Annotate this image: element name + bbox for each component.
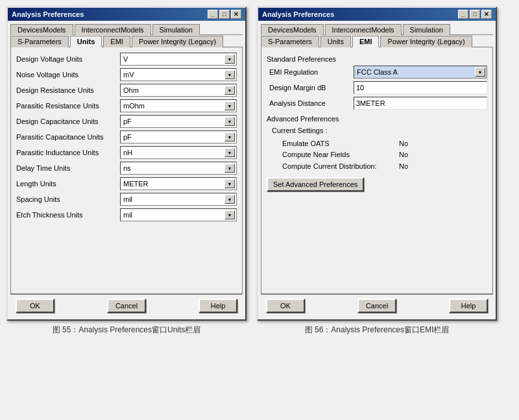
caption-fig55: 图 55：Analysis Preferences窗口Units栏眉 (53, 325, 201, 336)
current-settings-title: Current Settings : (272, 125, 487, 137)
caption-fig56: 图 56：Analysis Preferences窗口EMI栏眉 (305, 325, 450, 336)
dropdown-parasitic-inductance[interactable]: nH ▼ (120, 146, 237, 159)
dropdown-design-capacitance[interactable]: pF ▼ (120, 115, 237, 128)
tab-simulation-units[interactable]: Simulation (152, 24, 200, 35)
dropdown-parasitic-resistance[interactable]: mOhm ▼ (120, 99, 237, 112)
label-noise-voltage: Noise Voltage Units (16, 71, 120, 79)
form-row-1: Noise Voltage Units mV ▼ (16, 68, 237, 81)
form-row-7: Delay Time Units ns ▼ (16, 162, 237, 175)
dropdown-spacing[interactable]: mil ▼ (120, 193, 237, 206)
settings-label-currentdist: Compute Current Distribution: (282, 161, 399, 173)
figure-56-block: Analysis Preferences _ □ ✕ (257, 6, 497, 336)
settings-value-nearfields: No (399, 149, 408, 161)
emi-row-regulation: EMI Regulation FCC Class A ▼ (267, 66, 487, 79)
set-advanced-button[interactable]: Set Advanced Preferences (267, 177, 364, 191)
figure-55-block: Analysis Preferences _ □ ✕ (6, 6, 247, 336)
form-row-5: Parasitic Capacitance Units pF ▼ (16, 130, 237, 143)
cancel-button-units[interactable]: Cancel (107, 299, 146, 313)
tab-emi-active[interactable]: EMI (352, 36, 380, 47)
label-spacing: Spacing Units (16, 195, 120, 203)
dropdown-design-resistance[interactable]: Ohm ▼ (120, 84, 237, 97)
tab-sparameters-emi[interactable]: S-Parameters (261, 36, 319, 47)
form-row-10: Etch Thickness Units mil ▼ (16, 208, 237, 221)
ok-button-units[interactable]: OK (16, 299, 54, 313)
help-button-units[interactable]: Help (199, 299, 237, 313)
advanced-section: Advanced Preferences Current Settings : … (267, 115, 487, 191)
settings-item-1: Compute Near Fields No (272, 149, 487, 161)
label-length: Length Units (16, 180, 120, 188)
dropdown-arrow-9: ▼ (224, 195, 235, 204)
emi-tab-content: Standard Preferences EMI Regulation FCC … (261, 47, 493, 294)
close-btn-units[interactable]: ✕ (231, 10, 241, 19)
tab-devicesmodels-emi[interactable]: DevicesModels (261, 24, 324, 35)
emi-input-distance[interactable] (354, 97, 487, 110)
tab-powerintegrity-units[interactable]: Power Integrity (Legacy) (132, 36, 223, 47)
tab-simulation-emi[interactable]: Simulation (403, 24, 450, 35)
form-row-0: Design Voltage Units V ▼ (16, 53, 237, 66)
dropdown-arrow-5: ▼ (224, 132, 235, 142)
tab-sparameters-units[interactable]: S-Parameters (10, 36, 69, 47)
form-row-8: Length Units METER ▼ (16, 177, 237, 190)
minimize-btn-units[interactable]: _ (208, 10, 218, 19)
title-bar-units: Analysis Preferences _ □ ✕ (8, 8, 245, 21)
dropdown-noise-voltage[interactable]: mV ▼ (120, 68, 237, 81)
ok-button-emi[interactable]: OK (266, 299, 305, 313)
label-parasitic-inductance: Parasitic Inductance Units (16, 149, 120, 156)
dialog-buttons-units: OK Cancel Help (10, 294, 243, 317)
form-row-4: Design Capacitance Units pF ▼ (16, 115, 237, 128)
tabs-row2-emi: S-Parameters Units EMI Power Integrity (… (261, 35, 493, 47)
settings-value-oats: No (399, 138, 408, 150)
current-settings: Current Settings : Emulate OATS No Compu… (267, 125, 487, 172)
close-btn-emi[interactable]: ✕ (481, 10, 492, 19)
settings-item-2: Compute Current Distribution: No (272, 161, 487, 173)
dialog-content-emi: DevicesModels InterconnectModels Simulat… (258, 21, 496, 319)
tabs-row2-units: S-Parameters Units EMI Power Integrity (… (10, 35, 243, 47)
dialog-units: Analysis Preferences _ □ ✕ (6, 6, 247, 321)
form-row-3: Parasitic Resistance Units mOhm ▼ (16, 99, 237, 112)
dialog-emi: Analysis Preferences _ □ ✕ (257, 6, 497, 321)
emi-dropdown-regulation[interactable]: FCC Class A ▼ (354, 66, 487, 79)
tab-interconnectmodels-emi[interactable]: InterconnectModels (325, 24, 402, 35)
standard-preferences-label: Standard Preferences (267, 55, 487, 63)
dialog-content-units: DevicesModels InterconnectModels Simulat… (8, 21, 245, 319)
title-bar-emi: Analysis Preferences _ □ ✕ (258, 8, 496, 21)
label-etch-thickness: Etch Thickness Units (16, 211, 120, 219)
dropdown-length[interactable]: METER ▼ (120, 177, 237, 190)
tab-powerintegrity-emi[interactable]: Power Integrity (Legacy) (380, 36, 472, 47)
dropdown-arrow-8: ▼ (224, 179, 235, 188)
title-bar-buttons-emi: _ □ ✕ (458, 10, 492, 19)
emi-label-regulation: EMI Regulation (269, 68, 354, 76)
dialog-title-emi: Analysis Preferences (262, 10, 334, 18)
tab-emi-units[interactable]: EMI (103, 36, 130, 47)
label-design-capacitance: Design Capacitance Units (16, 117, 120, 125)
settings-item-0: Emulate OATS No (272, 138, 487, 150)
dropdown-arrow-2: ▼ (224, 86, 235, 95)
help-button-emi[interactable]: Help (449, 299, 488, 313)
form-row-6: Parasitic Inductance Units nH ▼ (16, 146, 237, 159)
tab-devicesmodels-units[interactable]: DevicesModels (10, 24, 73, 35)
dropdown-parasitic-capacitance[interactable]: pF ▼ (120, 130, 237, 143)
maximize-btn-emi[interactable]: □ (470, 10, 480, 19)
dropdown-design-voltage[interactable]: V ▼ (120, 53, 237, 66)
dropdown-etch-thickness[interactable]: mil ▼ (120, 208, 237, 221)
title-bar-buttons-units: _ □ ✕ (208, 10, 241, 19)
form-row-2: Design Resistance Units Ohm ▼ (16, 84, 237, 97)
cancel-button-emi[interactable]: Cancel (357, 299, 396, 313)
maximize-btn-units[interactable]: □ (219, 10, 230, 19)
tab-units-active[interactable]: Units (70, 36, 103, 47)
dropdown-arrow-0: ▼ (224, 55, 235, 64)
emi-input-margin[interactable] (354, 81, 487, 94)
minimize-btn-emi[interactable]: _ (458, 10, 468, 19)
label-design-resistance: Design Resistance Units (16, 86, 120, 94)
figures-row: Analysis Preferences _ □ ✕ (6, 6, 497, 336)
dropdown-arrow-6: ▼ (224, 148, 235, 157)
tab-units-emi[interactable]: Units (320, 36, 351, 47)
settings-value-currentdist: No (399, 161, 408, 173)
tab-interconnectmodels-units[interactable]: InterconnectModels (75, 24, 151, 35)
dropdown-arrow-regulation: ▼ (475, 68, 485, 77)
advanced-preferences-label: Advanced Preferences (267, 115, 487, 123)
units-tab-content: Design Voltage Units V ▼ Noise Voltage U… (10, 47, 243, 294)
dropdown-arrow-4: ▼ (224, 117, 235, 126)
dropdown-delay-time[interactable]: ns ▼ (120, 162, 237, 175)
dropdown-arrow-1: ▼ (224, 70, 235, 79)
